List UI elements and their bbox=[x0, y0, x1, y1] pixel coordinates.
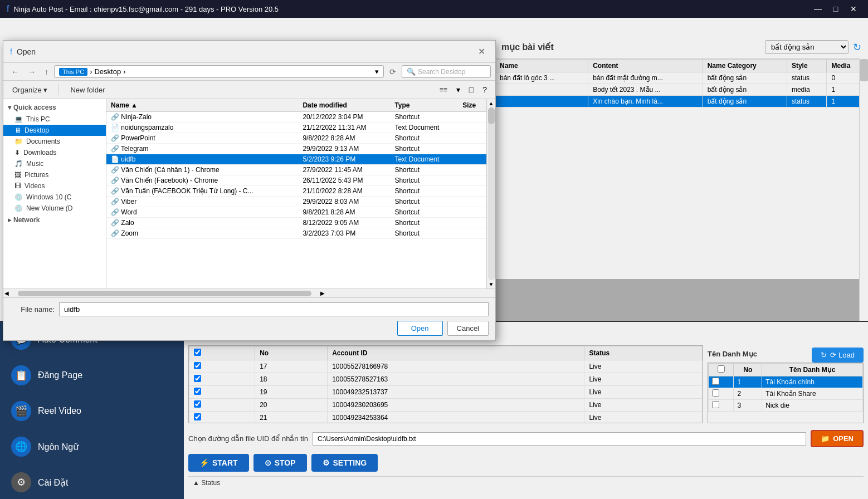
filename-input[interactable] bbox=[59, 302, 489, 316]
organize-button[interactable]: Organize ▾ bbox=[8, 84, 52, 96]
cat-checkbox[interactable] bbox=[712, 401, 719, 408]
cell-filename: 🔗 Zoom bbox=[106, 228, 298, 239]
filename-row: File name: bbox=[10, 302, 489, 316]
row-checkbox[interactable] bbox=[194, 375, 201, 382]
path-this-pc[interactable]: This PC bbox=[59, 68, 87, 76]
file-list-row[interactable]: 📄 uidfb5/2/2023 9:26 PMText Document bbox=[106, 154, 486, 165]
search-box[interactable]: 🔍 Search Desktop bbox=[402, 65, 491, 78]
category-table-row[interactable]: 3Nick die bbox=[709, 400, 863, 412]
col-date-header[interactable]: Date modified bbox=[298, 99, 390, 112]
help-button[interactable]: ? bbox=[479, 83, 491, 96]
cat-select-all[interactable] bbox=[718, 365, 725, 373]
nav-path[interactable]: This PC › Desktop › ▾ bbox=[54, 65, 384, 78]
file-list-row[interactable]: 🔗 PowerPoint9/8/2022 8:28 AMShortcut bbox=[106, 133, 486, 144]
category-table-row[interactable]: 1Tài Khoản chính bbox=[709, 376, 863, 388]
network-header[interactable]: ▸ Network bbox=[3, 214, 106, 226]
sidebar-item-this-pc[interactable]: 💻 This PC bbox=[3, 114, 106, 125]
close-button[interactable]: ✕ bbox=[846, 3, 861, 14]
title-bar: f Ninja Auto Post - Email : chienpv15.fs… bbox=[0, 0, 868, 18]
sidebar-item-new-volume[interactable]: 💿 New Volume (D bbox=[3, 203, 106, 214]
file-scrollbar[interactable]: ▲ ▼ bbox=[486, 99, 495, 288]
account-table-row[interactable]: 18100055278527163Live bbox=[189, 373, 703, 386]
file-list-row[interactable]: 🔗 Văn Chiến (Facebook) - Chrome26/11/202… bbox=[106, 175, 486, 186]
scroll-thumb[interactable] bbox=[488, 107, 495, 280]
dialog-close-button[interactable]: ✕ bbox=[475, 45, 489, 58]
account-table-row[interactable]: 21100049234253364Live bbox=[189, 412, 703, 424]
select-all-checkbox[interactable] bbox=[194, 349, 201, 356]
nav-refresh-button[interactable]: ⟳ bbox=[386, 66, 399, 78]
file-list-row[interactable]: 🔗 Viber29/9/2022 8:03 AMShortcut bbox=[106, 197, 486, 207]
sidebar-item-ngon-ngu[interactable]: 🌐 Ngôn Ngữ bbox=[0, 429, 184, 464]
nav-back-button[interactable]: ← bbox=[8, 66, 22, 78]
posts-table-row[interactable]: Xin chào bạn. Minh là...bất động sảnstat… bbox=[495, 96, 868, 107]
col-status: Status bbox=[584, 346, 703, 360]
view-details-button[interactable]: ≡≡ bbox=[436, 83, 451, 96]
account-table-row[interactable]: 17100055278166978Live bbox=[189, 360, 703, 373]
file-list-row[interactable]: 📄 noidungspamzalo21/12/2022 11:31 AMText… bbox=[106, 123, 486, 133]
path-dropdown-icon[interactable]: ▾ bbox=[375, 67, 379, 76]
scroll-down-btn[interactable]: ▼ bbox=[489, 281, 494, 287]
file-list-row[interactable]: 🔗 Văn Tuấn (FACEBOOK Triệu Tử Long) - C.… bbox=[106, 186, 486, 197]
sidebar-item-downloads[interactable]: ⬇ Downloads bbox=[3, 147, 106, 158]
cat-checkbox[interactable] bbox=[712, 389, 719, 397]
new-folder-button[interactable]: New folder bbox=[66, 84, 109, 96]
file-list-row[interactable]: 🔗 Ninja-Zalo20/12/2022 3:04 PMShortcut bbox=[106, 112, 486, 123]
music-label: Music bbox=[26, 160, 43, 168]
refresh-icon[interactable]: ↻ bbox=[853, 41, 861, 53]
row-checkbox[interactable] bbox=[194, 362, 201, 369]
quick-access-header[interactable]: ▾ Quick access bbox=[3, 101, 106, 114]
load-button[interactable]: ↻ ⟳ Load bbox=[812, 348, 864, 363]
cell-type: Shortcut bbox=[390, 207, 458, 218]
sidebar-item-pictures[interactable]: 🖼 Pictures bbox=[3, 169, 106, 180]
posts-table-row[interactable]: bán đất lô góc 3 ...bán đất mặt đường m.… bbox=[495, 72, 868, 84]
sidebar-item-videos[interactable]: 🎞 Videos bbox=[3, 180, 106, 192]
scroll-up-btn[interactable]: ▲ bbox=[489, 100, 494, 106]
col-size-header[interactable]: Size bbox=[458, 99, 486, 112]
view-preview-button[interactable]: □ bbox=[465, 83, 477, 96]
stop-button[interactable]: ⊙ STOP bbox=[253, 454, 307, 472]
setting-button[interactable]: ⚙ SETTING bbox=[311, 454, 378, 472]
view-dropdown-button[interactable]: ▾ bbox=[452, 83, 464, 96]
nav-forward-button[interactable]: → bbox=[25, 66, 39, 78]
sidebar-item-reel-video[interactable]: 🎬 Reel Video bbox=[0, 393, 184, 429]
file-list-row[interactable]: 🔗 Văn Chiến (Cá nhân 1) - Chrome27/9/202… bbox=[106, 165, 486, 175]
h-scrollbar[interactable]: ◀ ▶ bbox=[3, 288, 495, 297]
col-name-header[interactable]: Name ▲ bbox=[106, 99, 298, 112]
start-button[interactable]: ⚡ START bbox=[188, 454, 249, 472]
cell-style: status bbox=[787, 72, 827, 84]
file-browser[interactable]: Name ▲ Date modified Type Size 🔗 Ninja-Z… bbox=[106, 99, 486, 288]
posts-table-row[interactable]: Body tết 2023 . Mẫu ...bất động sảnmedia… bbox=[495, 84, 868, 96]
row-checkbox[interactable] bbox=[194, 400, 201, 408]
account-table-row[interactable]: 19100049232513737Live bbox=[189, 386, 703, 399]
file-list-row[interactable]: 🔗 Zoom3/2/2023 7:03 PMShortcut bbox=[106, 228, 486, 239]
sidebar-item-documents[interactable]: 📁 Documents bbox=[3, 136, 106, 147]
maximize-button[interactable]: □ bbox=[828, 3, 843, 14]
file-list-row[interactable]: 🔗 Telegram29/9/2022 9:13 AMShortcut bbox=[106, 144, 486, 154]
col-type-header[interactable]: Type bbox=[390, 99, 458, 112]
account-table-row[interactable]: 20100049230203695Live bbox=[189, 399, 703, 412]
cell-size bbox=[458, 197, 486, 207]
category-dropdown[interactable]: bất động sản bbox=[765, 40, 849, 54]
dialog-open-button[interactable]: Open bbox=[397, 321, 443, 336]
minimize-button[interactable]: — bbox=[810, 3, 826, 14]
h-scroll-thumb[interactable] bbox=[18, 291, 311, 296]
nav-up-button[interactable]: ↑ bbox=[41, 66, 52, 78]
sidebar-item-windows[interactable]: 💿 Windows 10 (C bbox=[3, 192, 106, 203]
dialog-cancel-button[interactable]: Cancel bbox=[447, 321, 489, 336]
h-scroll-left-btn[interactable]: ◀ bbox=[4, 290, 9, 296]
file-list-row[interactable]: 🔗 Zalo8/12/2022 9:05 AMShortcut bbox=[106, 218, 486, 228]
sidebar-item-music[interactable]: 🎵 Music bbox=[3, 158, 106, 169]
open-file-button[interactable]: 📁 OPEN bbox=[811, 430, 864, 447]
cell-size bbox=[458, 175, 486, 186]
cat-checkbox[interactable] bbox=[712, 378, 719, 385]
sidebar-item-cai-dat[interactable]: ⚙ Cài Đặt bbox=[0, 464, 184, 499]
sidebar-item-desktop[interactable]: 🖥 Desktop bbox=[3, 125, 106, 136]
cell-filename: 🔗 Văn Tuấn (FACEBOOK Triệu Tử Long) - C.… bbox=[106, 186, 298, 197]
row-checkbox[interactable] bbox=[194, 413, 201, 420]
row-checkbox[interactable] bbox=[194, 388, 201, 395]
file-list-row[interactable]: 🔗 Word9/8/2021 8:28 AMShortcut bbox=[106, 207, 486, 218]
h-scroll-right-btn[interactable]: ▶ bbox=[320, 290, 325, 296]
sidebar-item-dang-page[interactable]: 📋 Đăng Page bbox=[0, 358, 184, 393]
category-table-row[interactable]: 2Tài Khoản Share bbox=[709, 388, 863, 400]
file-path-input[interactable] bbox=[313, 432, 806, 446]
